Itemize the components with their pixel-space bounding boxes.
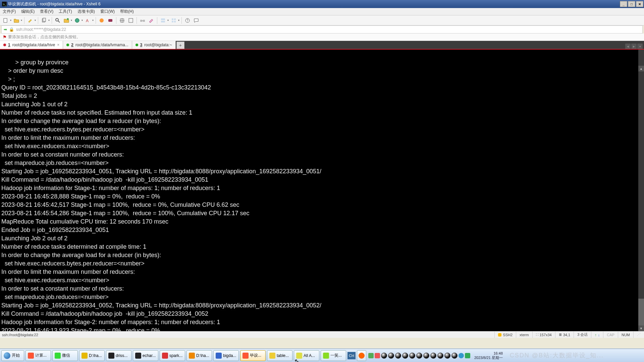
- sogou-button[interactable]: [357, 350, 366, 361]
- taskbar-item[interactable]: table...: [267, 350, 292, 361]
- open-button[interactable]: [13, 17, 20, 24]
- status-dot-icon: [3, 44, 6, 46]
- tray-app-icon[interactable]: [375, 353, 380, 358]
- qq-icon[interactable]: [430, 353, 436, 359]
- tabs-prev-button[interactable]: ◄: [625, 44, 631, 49]
- session-tabs: 1 root@bigdata:/data/hive × 2 root@bigda…: [0, 41, 644, 50]
- taskbar-item[interactable]: bigda...: [213, 350, 239, 361]
- clock-date: 2023/8/21 星期一: [474, 356, 503, 360]
- address-bar[interactable]: ➡ 🔒 ssh://root:******@bigdata:22: [1, 25, 643, 34]
- menu-edit[interactable]: 编辑(E): [18, 9, 37, 14]
- transfer-button[interactable]: [139, 17, 146, 24]
- taskbar-item[interactable]: 计算...: [25, 350, 51, 361]
- lang-indicator[interactable]: CH: [347, 352, 356, 359]
- tray-shield-icon[interactable]: [368, 353, 374, 358]
- qq-icon[interactable]: [381, 353, 387, 359]
- taskbar-item[interactable]: 一笑...: [321, 350, 346, 361]
- qq-icon[interactable]: [437, 353, 443, 359]
- tab-add-button[interactable]: +: [176, 42, 184, 49]
- start-button[interactable]: 开始: [1, 350, 24, 361]
- taskbar-clock[interactable]: 16:48 2023/8/21 星期一: [472, 351, 505, 360]
- menu-window[interactable]: 窗口(W): [98, 9, 117, 14]
- maximize-button[interactable]: □: [628, 1, 635, 7]
- taskbar-item[interactable]: driss...: [106, 350, 131, 361]
- status-path: ssh://root@bigdata:22: [0, 333, 494, 337]
- scrollbar[interactable]: ▲ ▼: [638, 50, 644, 331]
- tile-h-button[interactable]: [159, 17, 167, 24]
- task-icon: [296, 353, 302, 359]
- taskbar-item[interactable]: 微信: [52, 350, 78, 361]
- taskbar-item[interactable]: D:\ha...: [186, 350, 212, 361]
- web-button[interactable]: [73, 17, 81, 24]
- fullscreen-button[interactable]: [127, 17, 135, 24]
- svg-text:?: ?: [186, 19, 189, 22]
- task-icon: [189, 353, 195, 359]
- tab-label: root@bigdata:/data/lvmama...: [75, 43, 128, 47]
- resize-grip[interactable]: ⋰: [633, 331, 644, 338]
- taskbar-item[interactable]: spark...: [160, 350, 185, 361]
- menu-view[interactable]: 查看(V): [37, 9, 56, 14]
- lock-scroll-button[interactable]: [118, 17, 126, 24]
- task-label: 一笑...: [330, 353, 342, 358]
- script-button[interactable]: [98, 17, 105, 24]
- status-sessions: 3 会话: [574, 331, 591, 338]
- task-label: 计算...: [35, 353, 47, 358]
- tab-1[interactable]: 1 root@bigdata:/data/hive ×: [0, 41, 63, 49]
- qq-icon[interactable]: [416, 353, 422, 359]
- start-label: 开始: [12, 353, 20, 358]
- tabs-menu-button[interactable]: ▾: [637, 44, 643, 49]
- taskbar-item[interactable]: All A...: [294, 350, 319, 361]
- close-button[interactable]: ✕: [636, 1, 643, 7]
- record-button[interactable]: [107, 17, 114, 24]
- pos-icon: ≣: [559, 333, 562, 337]
- status-ssh: SSH2: [503, 333, 513, 337]
- tray-cloud-icon[interactable]: [459, 353, 464, 358]
- app-icon: >_: [2, 2, 7, 6]
- taskbar-item[interactable]: D:\ha...: [79, 350, 105, 361]
- svg-rect-2: [4, 18, 7, 22]
- menu-file[interactable]: 文件(F): [0, 9, 18, 14]
- task-icon: [135, 353, 141, 359]
- tabs-next-button[interactable]: ►: [631, 44, 637, 49]
- taskbar-item[interactable]: echar...: [133, 350, 158, 361]
- help-button[interactable]: ?: [184, 17, 191, 24]
- svg-rect-11: [108, 19, 112, 22]
- highlight-button[interactable]: [26, 17, 34, 24]
- tab-2[interactable]: 2 root@bigdata:/data/lvmama...: [63, 41, 132, 49]
- taskbar-item[interactable]: 毕设...: [240, 350, 266, 361]
- scroll-up-button[interactable]: ▲: [638, 66, 644, 71]
- task-label: All A...: [304, 353, 315, 358]
- ssh-icon: [498, 333, 501, 337]
- qq-icon[interactable]: [402, 353, 408, 359]
- task-label: echar...: [143, 353, 156, 358]
- chat-button[interactable]: [193, 17, 200, 24]
- terminal[interactable]: > group by province > order by num desc …: [0, 50, 644, 331]
- minimize-button[interactable]: _: [620, 1, 627, 7]
- qq-icon[interactable]: [388, 353, 394, 359]
- tab-close-icon[interactable]: ×: [57, 43, 59, 47]
- new-button[interactable]: [2, 17, 9, 24]
- tile-grid-button[interactable]: [170, 17, 177, 24]
- titlebar: >_ 毕设测试虚拟机 - root@bigdata:/data/hive - X…: [0, 0, 644, 8]
- scroll-down-button[interactable]: ▼: [638, 325, 644, 331]
- qq-icon[interactable]: [444, 353, 450, 359]
- menu-help[interactable]: 帮助(H): [117, 9, 137, 14]
- clear-button[interactable]: [148, 17, 155, 24]
- tab-3[interactable]: 3 root@bigdata:~: [132, 41, 176, 49]
- window-title: 毕设测试虚拟机 - root@bigdata:/data/hive - Xshe…: [8, 1, 101, 7]
- menu-tabs[interactable]: 选项卡(B): [75, 9, 98, 14]
- tray-green-icon[interactable]: [465, 353, 470, 358]
- menu-tools[interactable]: 工具(T): [56, 9, 74, 14]
- svg-rect-23: [174, 21, 176, 22]
- copy-button[interactable]: [40, 17, 48, 24]
- search-button[interactable]: [54, 17, 61, 24]
- tab-index: 2: [71, 43, 73, 47]
- task-label: 毕设...: [250, 353, 261, 358]
- qq-icon[interactable]: [451, 353, 458, 359]
- qq-icon[interactable]: [409, 353, 415, 359]
- font-button[interactable]: A: [84, 17, 92, 24]
- qq-icon[interactable]: [395, 353, 401, 359]
- qq-icon[interactable]: [423, 353, 429, 359]
- scroll-thumb[interactable]: [638, 299, 644, 325]
- reconnect-button[interactable]: [63, 17, 70, 24]
